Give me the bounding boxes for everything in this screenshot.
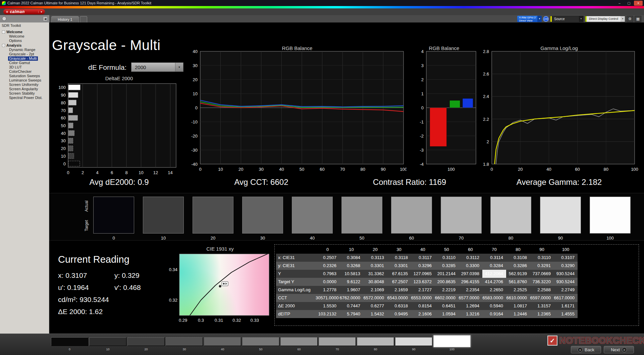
pattern-step-90[interactable] xyxy=(395,337,432,346)
next-button[interactable]: Next » xyxy=(604,346,634,353)
display-control-selector[interactable]: Direct Display Control ▼ xyxy=(585,16,625,22)
table-cell[interactable]: 67.2507 xyxy=(387,278,411,286)
table-cell[interactable]: 0.3290 xyxy=(554,262,578,270)
table-cell[interactable]: 0.3301 xyxy=(363,262,387,270)
table-cell[interactable]: 6602.0000 xyxy=(435,294,459,302)
table-cell[interactable]: 2.1069 xyxy=(363,286,387,294)
table-cell[interactable]: 2.2749 xyxy=(554,286,578,294)
gear-icon[interactable]: ⚙ xyxy=(627,16,633,22)
table-cell[interactable]: 0.8154 xyxy=(411,302,435,310)
table-cell[interactable]: 0.3268 xyxy=(339,262,363,270)
sidebar-item-grayscale-2pt[interactable]: Grayscale - 2pt xyxy=(8,52,35,56)
table-cell[interactable]: 2.1606 xyxy=(411,310,435,318)
table-cell[interactable]: 6572.0000 xyxy=(363,294,387,302)
table-cell[interactable]: 0.7963 xyxy=(316,270,339,278)
table-cell[interactable]: 1.3157 xyxy=(530,302,554,310)
back-button[interactable]: « Back xyxy=(571,346,601,353)
table-cell[interactable]: 0.2326 xyxy=(316,262,339,270)
table-cell[interactable]: 0.3110 xyxy=(530,254,554,262)
table-cell[interactable]: 0.3084 xyxy=(339,254,363,262)
table-cell[interactable]: 736.3220 xyxy=(530,278,554,286)
table-cell[interactable]: 103.2132 xyxy=(316,310,339,318)
table-cell[interactable]: 0.3285 xyxy=(435,262,459,270)
sidebar-item-screen-stability[interactable]: Screen Stability xyxy=(8,91,36,96)
table-cell[interactable]: 2.1659 xyxy=(387,286,411,294)
table-cell[interactable]: 10.5813 xyxy=(339,270,363,278)
pattern-step-50[interactable] xyxy=(242,337,279,346)
pattern-step-0[interactable] xyxy=(51,337,88,346)
pattern-step-30[interactable] xyxy=(166,337,203,346)
table-cell[interactable]: 0.3296 xyxy=(411,262,435,270)
collapse-expander-icon[interactable]: - xyxy=(2,31,5,34)
table-cell[interactable]: 0.9495 xyxy=(387,310,411,318)
layout-grid-icon[interactable]: ▦ xyxy=(635,16,641,22)
table-cell[interactable]: 1.3216 xyxy=(459,310,482,318)
table-cell[interactable]: 1.0594 xyxy=(435,310,459,318)
table-cell[interactable]: 0.3108 xyxy=(506,254,530,262)
pattern-step-70[interactable] xyxy=(319,337,356,346)
table-cell[interactable]: 2.2525 xyxy=(506,286,530,294)
table-cell[interactable]: 412.2064 xyxy=(482,270,506,278)
table-cell[interactable]: 1.9607 xyxy=(339,286,363,294)
table-cell[interactable]: 123.6372 xyxy=(411,278,435,286)
pattern-step-40[interactable] xyxy=(204,337,241,346)
sidebar-item-colorchecker[interactable]: ColorChecker xyxy=(8,69,33,74)
table-cell[interactable]: 930.5244 xyxy=(554,278,578,286)
sidebar-item-3d-lut[interactable]: 3D LUT xyxy=(8,65,23,69)
sidebar-item-luminance-sweeps[interactable]: Luminance Sweeps xyxy=(8,78,42,83)
source-selector[interactable]: Source ▼ xyxy=(550,16,584,22)
sidebar-item-welcome[interactable]: Welcome xyxy=(8,34,25,39)
table-cell[interactable]: 2.2588 xyxy=(530,286,554,294)
table-cell[interactable]: 127.0965 xyxy=(411,270,435,278)
table-cell[interactable]: 296.4155 xyxy=(459,278,482,286)
table-cell[interactable]: 1.5432 xyxy=(363,310,387,318)
table-cell[interactable]: 737.0669 xyxy=(530,270,554,278)
table-cell[interactable]: 0.3291 xyxy=(530,262,554,270)
table-cell[interactable]: 0.3300 xyxy=(459,262,482,270)
workflow-icon[interactable] xyxy=(2,16,6,21)
table-cell[interactable]: 0.3112 xyxy=(459,254,482,262)
table-cell[interactable]: 0.3107 xyxy=(554,254,578,262)
table-cell[interactable]: 0.6318 xyxy=(387,302,411,310)
sidebar-item-screen-uniformity[interactable]: Screen Uniformity xyxy=(8,83,39,87)
table-cell[interactable]: 0.0000 xyxy=(316,278,339,286)
table-cell[interactable]: 0.6451 xyxy=(435,302,459,310)
pattern-step-100[interactable] xyxy=(433,335,471,347)
pattern-step-60[interactable] xyxy=(280,337,318,346)
table-cell[interactable]: 0.9164 xyxy=(482,310,506,318)
table-cell[interactable]: 2.1727 xyxy=(411,286,435,294)
sidebar-item-grayscale-multi[interactable]: Grayscale - Multi xyxy=(8,56,38,61)
table-cell[interactable]: 2.2650 xyxy=(482,286,506,294)
pattern-step-20[interactable] xyxy=(127,337,165,346)
table-cell[interactable]: 6617.0000 xyxy=(554,294,578,302)
table-cell[interactable]: 1.4555 xyxy=(554,310,578,318)
table-cell[interactable]: 561.8760 xyxy=(506,278,530,286)
table-cell[interactable]: 2.2354 xyxy=(459,286,482,294)
de-formula-select[interactable]: 2000 ▼ xyxy=(131,62,183,72)
sidebar-collapse-button[interactable]: ◀ xyxy=(43,16,48,21)
table-cell[interactable]: 562.9139 xyxy=(506,270,530,278)
sidebar-item-saturation-sweeps[interactable]: Saturation Sweeps xyxy=(8,74,41,78)
table-cell[interactable]: 0.3301 xyxy=(387,262,411,270)
table-cell[interactable]: 297.0398 xyxy=(459,270,482,278)
table-cell[interactable]: 1.6171 xyxy=(554,302,578,310)
table-cell[interactable]: 6577.0000 xyxy=(459,294,482,302)
table-cell[interactable]: 6553.0000 xyxy=(411,294,435,302)
table-cell[interactable]: 1.2365 xyxy=(530,310,554,318)
minimize-button[interactable]: – xyxy=(615,1,624,6)
meter-selector[interactable]: X-Rite i1Pro 2 Direct View ▼ xyxy=(517,16,542,22)
table-cell[interactable]: 1.2778 xyxy=(316,286,339,294)
pattern-step-80[interactable] xyxy=(357,337,394,346)
table-cell[interactable]: 930.5244 xyxy=(554,270,578,278)
table-cell[interactable]: 1.0817 xyxy=(506,302,530,310)
table-cell[interactable]: 0.3110 xyxy=(435,254,459,262)
table-cell[interactable]: 30571.0000 xyxy=(316,294,339,302)
table-cell[interactable]: 0.3117 xyxy=(411,254,435,262)
table-cell[interactable]: 2.2219 xyxy=(435,286,459,294)
table-cell[interactable]: 414.2706 xyxy=(482,278,506,286)
table-cell[interactable]: 1.2694 xyxy=(459,302,482,310)
table-cell[interactable]: 0.3284 xyxy=(482,262,506,270)
maximize-button[interactable]: ▢ xyxy=(625,1,633,6)
table-cell[interactable]: 200.8635 xyxy=(435,278,459,286)
table-cell[interactable]: 1.5530 xyxy=(316,302,339,310)
